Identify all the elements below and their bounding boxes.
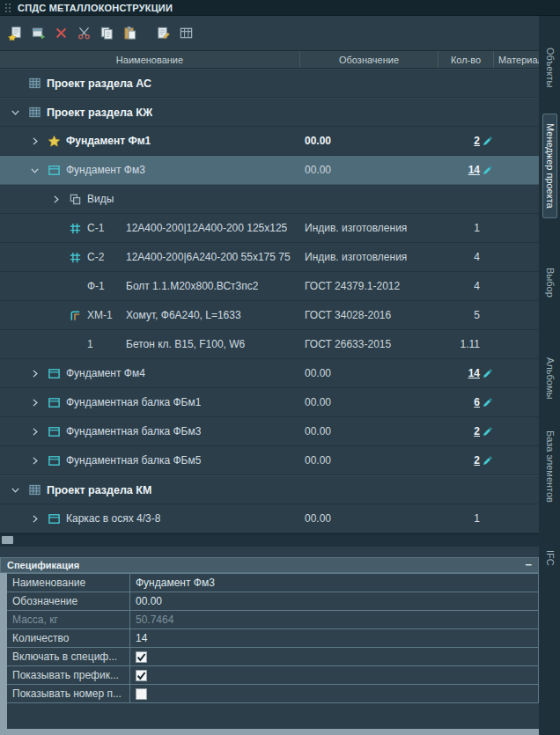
tree-row[interactable]: Проект раздела АС	[0, 69, 539, 98]
quantity-cell	[438, 476, 494, 503]
position-mark: С-1	[85, 222, 123, 234]
horizontal-scrollbar[interactable]	[0, 533, 539, 547]
side-tab-ifc[interactable]: IFC	[545, 545, 555, 571]
panel-splitter[interactable]	[0, 547, 539, 557]
quantity-value[interactable]: 2	[474, 135, 480, 147]
checkbox-checked[interactable]	[136, 670, 147, 681]
tree-row[interactable]: Фундаментная балка ФБм100.006	[0, 388, 539, 417]
quantity-value[interactable]: 2	[474, 425, 480, 437]
tree-row[interactable]: С-112А400-200|12А400-200 125x125Индив. и…	[0, 214, 539, 243]
indent-spacer	[0, 286, 46, 287]
marker-icon[interactable]	[480, 394, 494, 410]
checkbox-unchecked[interactable]	[136, 688, 147, 700]
tree-row[interactable]: Фундаментная балка ФБм300.002	[0, 417, 539, 446]
property-label: Включать в специф...	[7, 648, 130, 665]
chevron-right-icon[interactable]	[25, 364, 44, 383]
quantity-value[interactable]: 6	[474, 396, 480, 408]
insert-object-button[interactable]	[27, 23, 48, 44]
marker-icon[interactable]	[480, 423, 494, 439]
side-tab-element-base[interactable]: База элементов	[545, 425, 555, 508]
side-tab-selection[interactable]: Выбор	[545, 262, 555, 303]
tree-row[interactable]: Фундамент Фм400.0014	[0, 359, 539, 388]
side-tab-objects[interactable]: Объекты	[545, 42, 555, 92]
tree-item-label: Бетон кл. В15, F100, W6	[126, 338, 245, 350]
tree-row[interactable]: Фундаментная балка ФБм500.002	[0, 446, 539, 475]
cut-button[interactable]	[73, 23, 94, 44]
chevron-right-icon[interactable]	[25, 131, 44, 151]
star-icon	[44, 131, 63, 151]
material-cell	[494, 243, 539, 271]
mesh-icon	[65, 247, 85, 267]
quantity-value: 4	[474, 280, 480, 292]
marker-icon[interactable]	[480, 452, 494, 468]
tree-item-label: Проект раздела КМ	[47, 484, 151, 496]
mesh-icon	[65, 218, 85, 238]
tree-row[interactable]: 1Бетон кл. В15, F100, W6ГОСТ 26633-20151…	[0, 330, 539, 359]
checkbox-checked[interactable]	[136, 651, 147, 663]
edit-icon	[156, 26, 171, 40]
chevron-down-icon[interactable]	[5, 481, 25, 500]
chevron-slot	[46, 247, 65, 267]
tree-row[interactable]: Фундамент Фм100.002	[0, 127, 539, 156]
tree-item-label: Фундаментная балка ФБм3	[66, 425, 201, 437]
property-value[interactable]: Фундамент Фм3	[130, 574, 539, 592]
quantity-value: 4	[474, 251, 480, 263]
chevron-down-icon[interactable]	[5, 103, 25, 122]
specification-header[interactable]: Спецификация −	[0, 557, 539, 573]
material-cell	[494, 417, 539, 445]
tree-row[interactable]: С-212А400-200|6А240-200 55х175 75Индив. …	[0, 243, 539, 272]
tree-name-cell: Проект раздела КЖ	[0, 99, 300, 126]
marker-icon[interactable]	[480, 162, 494, 178]
chevron-down-icon[interactable]	[25, 160, 44, 180]
quantity-value[interactable]: 14	[468, 164, 480, 176]
tree-row[interactable]: ХМ-1Хомут, Ф6А240, L=1633ГОСТ 34028-2016…	[0, 301, 539, 330]
tree-row[interactable]: Виды	[0, 185, 539, 214]
scrollbar-thumb[interactable]	[2, 536, 13, 544]
quantity-value[interactable]: 14	[468, 367, 480, 379]
designation-cell: 00.00	[300, 446, 438, 474]
column-header-designation[interactable]: Обозначение	[300, 51, 438, 68]
tree-name-cell: Фундамент Фм1	[0, 127, 300, 155]
grip-icon[interactable]	[4, 3, 11, 13]
chevron-right-icon[interactable]	[25, 393, 44, 412]
property-value[interactable]: 00.00	[130, 592, 539, 610]
tree-row[interactable]: Проект раздела КЖ	[0, 98, 539, 127]
edit-button[interactable]	[152, 23, 173, 44]
tree-name-cell: Проект раздела КМ	[0, 476, 300, 503]
side-tab-albums[interactable]: Альбомы	[545, 352, 555, 404]
collapse-button[interactable]: −	[525, 561, 532, 570]
column-header-quantity[interactable]: Кол-во	[438, 51, 494, 68]
tree-item-label: 12А400-200|12А400-200 125x125	[126, 222, 287, 234]
property-row: Показывать номер п...	[7, 685, 539, 703]
quantity-cell: 14	[438, 359, 494, 387]
tree-row[interactable]: Каркас в осях 4/3-800.001	[0, 504, 539, 533]
chevron-right-icon[interactable]	[25, 509, 44, 528]
chevron-right-icon[interactable]	[25, 422, 44, 441]
chevron-slot	[46, 276, 65, 296]
delete-button[interactable]	[50, 23, 71, 44]
copy-button[interactable]	[96, 23, 117, 44]
marker-icon[interactable]	[480, 365, 494, 381]
designation-cell: 00.00	[300, 388, 438, 416]
create-element-button[interactable]	[4, 23, 26, 44]
panel-titlebar[interactable]: СПДС МЕТАЛЛОКОНСТРУКЦИИ	[0, 0, 560, 16]
marker-icon[interactable]	[480, 133, 494, 149]
property-value[interactable]: 14	[130, 629, 539, 647]
tree-row[interactable]: Проект раздела КМ	[0, 475, 539, 504]
side-tab-project-manager[interactable]: Менеджер проекта	[542, 114, 557, 218]
chevron-right-icon[interactable]	[46, 189, 65, 209]
tree-row[interactable]: Ф-1Болт 1.1.М20х800.ВСт3пс2ГОСТ 24379.1-…	[0, 272, 539, 301]
toolbar	[0, 16, 539, 50]
paste-button[interactable]	[119, 23, 140, 44]
property-value[interactable]: 50.7464	[130, 611, 539, 628]
building-icon	[25, 103, 44, 122]
specification-button[interactable]	[175, 23, 196, 44]
assembly-icon	[44, 451, 63, 470]
chevron-right-icon[interactable]	[25, 451, 44, 470]
tree-row[interactable]: Фундамент Фм300.0014	[0, 156, 539, 185]
column-header-name[interactable]: Наименование	[0, 51, 300, 68]
quantity-cell: 5	[438, 301, 494, 329]
material-cell	[494, 127, 539, 155]
column-header-material[interactable]: Материал	[494, 51, 539, 68]
quantity-value[interactable]: 2	[474, 454, 480, 467]
